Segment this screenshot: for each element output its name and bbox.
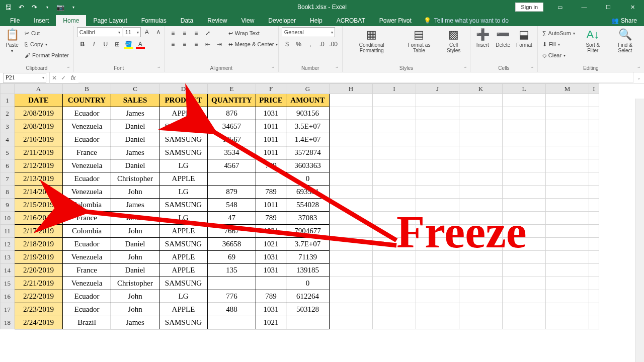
- cell[interactable]: 139185: [286, 264, 330, 277]
- formula-bar[interactable]: [78, 73, 633, 83]
- cell[interactable]: James: [111, 146, 159, 159]
- cell[interactable]: LG: [159, 186, 208, 199]
- cell[interactable]: 2/23/2019: [15, 303, 63, 316]
- cell[interactable]: 2/14/2019: [15, 186, 63, 199]
- cell[interactable]: Colombia: [63, 225, 111, 238]
- format-painter-button[interactable]: 🖌Format Painter: [23, 50, 70, 60]
- column-header[interactable]: K: [459, 84, 503, 94]
- cell[interactable]: 1031: [256, 251, 286, 264]
- cell[interactable]: [459, 316, 503, 329]
- cell[interactable]: 1011: [256, 120, 286, 133]
- cell[interactable]: [330, 186, 373, 199]
- cell[interactable]: [546, 133, 589, 146]
- cell[interactable]: Christopher: [111, 277, 159, 290]
- cell[interactable]: [503, 159, 546, 172]
- cell[interactable]: 0: [286, 172, 330, 186]
- cell[interactable]: [503, 133, 546, 146]
- cell[interactable]: [589, 199, 599, 212]
- align-right-icon[interactable]: ≡: [191, 39, 202, 49]
- cell[interactable]: SAMSUNG: [159, 238, 208, 251]
- cell[interactable]: John: [111, 251, 159, 264]
- cell[interactable]: SAMSUNG: [159, 199, 208, 212]
- cell[interactable]: SAMSUNG: [159, 277, 208, 290]
- cell[interactable]: 554028: [286, 199, 330, 212]
- cell[interactable]: APPLE: [159, 107, 208, 120]
- percent-icon[interactable]: %: [293, 39, 304, 49]
- row-header[interactable]: 8: [1, 186, 15, 199]
- cell[interactable]: Venezuela: [63, 120, 111, 133]
- cell[interactable]: 1031: [256, 264, 286, 277]
- cell[interactable]: [373, 264, 416, 277]
- cell[interactable]: SAMSUNG: [159, 316, 208, 329]
- cell[interactable]: [330, 316, 373, 329]
- cell[interactable]: APPLE: [159, 251, 208, 264]
- cell[interactable]: Venezuela: [63, 186, 111, 199]
- cell[interactable]: 1011: [256, 146, 286, 159]
- fx-icon[interactable]: fx: [71, 74, 75, 81]
- cell[interactable]: [330, 199, 373, 212]
- row-header[interactable]: 1: [1, 94, 15, 107]
- row-header[interactable]: 6: [1, 159, 15, 172]
- cell[interactable]: [459, 264, 503, 277]
- comma-icon[interactable]: ,: [305, 39, 316, 49]
- column-header[interactable]: M: [546, 84, 589, 94]
- sign-in-button[interactable]: Sign in: [515, 3, 543, 12]
- cell[interactable]: APPLE: [159, 303, 208, 316]
- enter-formula-icon[interactable]: ✓: [59, 74, 68, 81]
- cell[interactable]: 2/13/2019: [15, 172, 63, 186]
- cell[interactable]: [330, 94, 373, 107]
- column-header[interactable]: L: [503, 84, 546, 94]
- tab-data[interactable]: Data: [174, 15, 200, 26]
- cell[interactable]: Ecuador: [63, 172, 111, 186]
- paste-button[interactable]: 📋Paste▾: [3, 27, 21, 54]
- cell[interactable]: [416, 277, 459, 290]
- cell[interactable]: [589, 186, 599, 199]
- tab-page-layout[interactable]: Page Layout: [86, 15, 134, 26]
- cell[interactable]: [459, 172, 503, 186]
- cell[interactable]: Ecuador: [63, 133, 111, 146]
- cell[interactable]: Daniel: [111, 238, 159, 251]
- row-header[interactable]: 16: [1, 290, 15, 303]
- cell[interactable]: 135: [208, 264, 256, 277]
- cell[interactable]: 1011: [256, 133, 286, 146]
- column-header[interactable]: G: [286, 84, 330, 94]
- column-header[interactable]: C: [111, 84, 159, 94]
- column-header[interactable]: I: [373, 84, 416, 94]
- cell[interactable]: [589, 277, 599, 290]
- indent-decrease-icon[interactable]: ⇤: [202, 39, 213, 49]
- tab-view[interactable]: View: [234, 15, 262, 26]
- cell[interactable]: [589, 172, 599, 186]
- row-header[interactable]: 5: [1, 146, 15, 159]
- cell[interactable]: Brazil: [63, 316, 111, 329]
- cell[interactable]: 789: [256, 290, 286, 303]
- cell[interactable]: [589, 225, 599, 238]
- cell[interactable]: 1.4E+07: [286, 133, 330, 146]
- cell[interactable]: Venezuela: [63, 159, 111, 172]
- cell[interactable]: [546, 120, 589, 133]
- cell[interactable]: [546, 107, 589, 120]
- cell[interactable]: 2/11/2019: [15, 146, 63, 159]
- share-button[interactable]: 👥Share: [604, 15, 644, 26]
- row-header[interactable]: 11: [1, 225, 15, 238]
- tab-review[interactable]: Review: [200, 15, 234, 26]
- spreadsheet-grid[interactable]: ABCDEFGHIJKLMI1DATECOUNTRYSALESPRODUCTQU…: [0, 83, 644, 329]
- cell[interactable]: [546, 290, 589, 303]
- cell[interactable]: 1031: [256, 107, 286, 120]
- cell-styles-button[interactable]: ▩Cell Styles: [440, 27, 467, 54]
- cell[interactable]: [256, 172, 286, 186]
- cell[interactable]: John: [111, 186, 159, 199]
- tab-acrobat[interactable]: ACROBAT: [330, 15, 372, 26]
- cell[interactable]: [330, 290, 373, 303]
- cell[interactable]: [589, 133, 599, 146]
- cell[interactable]: James: [111, 107, 159, 120]
- cell[interactable]: 69: [208, 251, 256, 264]
- cell[interactable]: LG: [159, 212, 208, 225]
- cell[interactable]: [546, 251, 589, 264]
- cell[interactable]: [286, 316, 330, 329]
- cell[interactable]: [330, 120, 373, 133]
- align-center-icon[interactable]: ≡: [179, 39, 190, 49]
- column-header[interactable]: A: [15, 84, 63, 94]
- cell[interactable]: [373, 172, 416, 186]
- name-box[interactable]: P21: [3, 73, 46, 83]
- cell[interactable]: 7667: [208, 225, 256, 238]
